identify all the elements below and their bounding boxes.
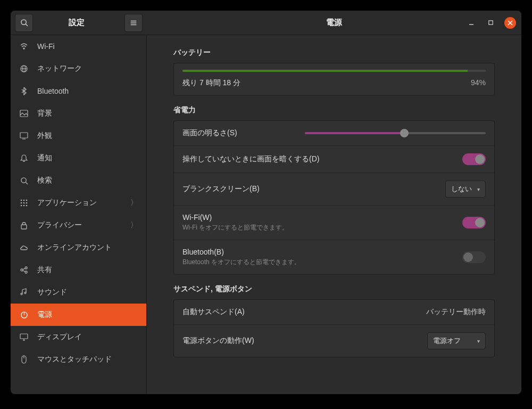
sidebar-item-online-accounts[interactable]: オンラインアカウント bbox=[11, 236, 146, 259]
svg-point-25 bbox=[23, 205, 25, 207]
svg-point-20 bbox=[26, 200, 28, 201]
svg-line-17 bbox=[26, 182, 28, 184]
close-icon bbox=[508, 20, 513, 26]
blank-screen-row: ブランクスクリーン(B) しない ▾ bbox=[174, 173, 494, 206]
svg-line-31 bbox=[23, 268, 25, 269]
search-button[interactable] bbox=[15, 14, 33, 32]
chevron-down-icon: ▾ bbox=[477, 186, 480, 192]
share-icon bbox=[19, 265, 29, 275]
svg-point-18 bbox=[21, 200, 22, 201]
sidebar-title: 設定 bbox=[33, 18, 120, 28]
auto-suspend-value: バッテリー動作時 bbox=[426, 307, 486, 317]
svg-point-16 bbox=[21, 177, 26, 182]
wifi-power-toggle[interactable] bbox=[462, 217, 486, 228]
sidebar-item-bluetooth[interactable]: Bluetooth bbox=[11, 80, 146, 102]
sidebar-item-label: Bluetooth bbox=[37, 87, 69, 95]
power-button-dropdown[interactable]: 電源オフ ▾ bbox=[427, 332, 486, 349]
suspend-section-title: サスペンド, 電源ボタン bbox=[173, 284, 495, 294]
bell-icon bbox=[19, 153, 29, 163]
brightness-slider-thumb bbox=[400, 129, 409, 137]
brightness-slider[interactable] bbox=[305, 132, 486, 134]
maximize-button[interactable] bbox=[485, 18, 496, 28]
page-title: 電源 bbox=[326, 18, 342, 28]
sidebar-item-sound[interactable]: サウンド bbox=[11, 281, 146, 304]
power-icon bbox=[19, 310, 29, 320]
brightness-slider-fill bbox=[305, 132, 404, 134]
hamburger-button[interactable] bbox=[124, 14, 143, 32]
suspend-panel: 自動サスペンド(A) バッテリー動作時 電源ボタンの動作(W) 電源オフ ▾ bbox=[173, 299, 495, 357]
titlebar-sidebar-section: 設定 bbox=[11, 11, 147, 35]
brightness-label: 画面の明るさ(S) bbox=[182, 128, 237, 138]
power-saving-panel: 画面の明るさ(S) 操作していないときに画面を暗くする(D) ブランクスクリーン… bbox=[173, 120, 495, 275]
globe-icon bbox=[19, 64, 29, 73]
svg-rect-13 bbox=[20, 110, 28, 117]
minimize-button[interactable] bbox=[466, 18, 477, 28]
wifi-power-label: Wi-Fi(W) bbox=[182, 213, 462, 222]
close-button[interactable] bbox=[504, 17, 516, 29]
search-icon bbox=[19, 176, 29, 185]
chevron-right-icon: 〉 bbox=[130, 198, 138, 208]
blank-screen-label: ブランクスクリーン(B) bbox=[182, 184, 260, 194]
sidebar-item-search[interactable]: 検索 bbox=[11, 169, 146, 192]
window-controls bbox=[466, 17, 516, 29]
svg-point-26 bbox=[26, 205, 28, 207]
battery-bar bbox=[182, 70, 486, 72]
sidebar-item-network[interactable]: ネットワーク bbox=[11, 58, 146, 80]
content-area: バッテリー 残り 7 時間 18 分 94% 省電力 画面の明るさ(S) bbox=[147, 35, 521, 394]
bluetooth-icon bbox=[19, 86, 29, 96]
wifi-power-sub: Wi-Fi をオフにすると節電できます。 bbox=[182, 223, 462, 232]
sidebar-item-label: サウンド bbox=[37, 288, 67, 297]
svg-rect-35 bbox=[20, 334, 28, 339]
bluetooth-power-label: Bluetooth(B) bbox=[182, 248, 462, 256]
svg-point-24 bbox=[21, 205, 22, 207]
battery-fill bbox=[182, 70, 468, 72]
sidebar-item-notifications[interactable]: 通知 bbox=[11, 147, 146, 169]
sidebar-item-privacy[interactable]: プライバシー 〉 bbox=[11, 214, 146, 236]
svg-point-29 bbox=[25, 267, 27, 269]
sidebar-item-power[interactable]: 電源 bbox=[11, 304, 146, 326]
sidebar-item-label: 背景 bbox=[37, 109, 52, 118]
sidebar-item-applications[interactable]: アプリケーション 〉 bbox=[11, 192, 146, 214]
sidebar-item-label: 共有 bbox=[37, 265, 52, 275]
power-button-label: 電源ボタンの動作(W) bbox=[182, 336, 254, 346]
power-saving-section-title: 省電力 bbox=[173, 105, 495, 115]
bluetooth-power-sub: Bluetooth をオフにすると節電できます。 bbox=[182, 258, 462, 267]
sidebar-item-label: 電源 bbox=[37, 310, 52, 320]
power-button-value: 電源オフ bbox=[433, 336, 461, 346]
svg-line-1 bbox=[26, 24, 28, 26]
window-body: Wi-Fi ネットワーク Bluetooth 背景 外観 通知 bbox=[11, 35, 521, 394]
hamburger-icon bbox=[130, 19, 137, 27]
background-icon bbox=[19, 109, 29, 118]
wifi-icon bbox=[19, 42, 29, 51]
svg-point-9 bbox=[23, 48, 24, 49]
svg-rect-14 bbox=[20, 133, 28, 138]
sidebar-item-wifi[interactable]: Wi-Fi bbox=[11, 35, 146, 58]
auto-suspend-row[interactable]: 自動サスペンド(A) バッテリー動作時 bbox=[174, 300, 494, 325]
lock-icon bbox=[19, 220, 29, 230]
sidebar-item-appearance[interactable]: 外観 bbox=[11, 125, 146, 147]
bluetooth-power-row: Bluetooth(B) Bluetooth をオフにすると節電できます。 bbox=[174, 240, 494, 274]
svg-point-30 bbox=[25, 271, 27, 273]
sidebar-item-displays[interactable]: ディスプレイ bbox=[11, 326, 146, 348]
svg-point-21 bbox=[21, 202, 22, 204]
brightness-row: 画面の明るさ(S) bbox=[174, 121, 494, 146]
sidebar-item-mouse[interactable]: マウスとタッチパッド bbox=[11, 348, 146, 371]
sidebar-item-background[interactable]: 背景 bbox=[11, 102, 146, 125]
dim-screen-label: 操作していないときに画面を暗くする(D) bbox=[182, 154, 319, 164]
svg-rect-6 bbox=[488, 21, 492, 24]
sound-icon bbox=[19, 288, 29, 297]
dim-screen-toggle[interactable] bbox=[462, 153, 486, 165]
sidebar-item-sharing[interactable]: 共有 bbox=[11, 259, 146, 281]
battery-panel: 残り 7 時間 18 分 94% bbox=[173, 63, 495, 96]
battery-remaining-text: 残り 7 時間 18 分 bbox=[182, 78, 240, 88]
bluetooth-power-toggle[interactable] bbox=[462, 251, 486, 263]
svg-point-28 bbox=[21, 269, 23, 271]
battery-percent-text: 94% bbox=[471, 78, 486, 88]
sidebar-item-label: 検索 bbox=[37, 176, 52, 185]
settings-window: 設定 電源 bbox=[11, 11, 521, 394]
cloud-icon bbox=[19, 243, 29, 252]
battery-section-title: バッテリー bbox=[173, 48, 495, 58]
blank-screen-dropdown[interactable]: しない ▾ bbox=[445, 181, 486, 198]
sidebar-item-label: オンラインアカウント bbox=[37, 243, 112, 252]
chevron-down-icon: ▾ bbox=[477, 338, 480, 344]
